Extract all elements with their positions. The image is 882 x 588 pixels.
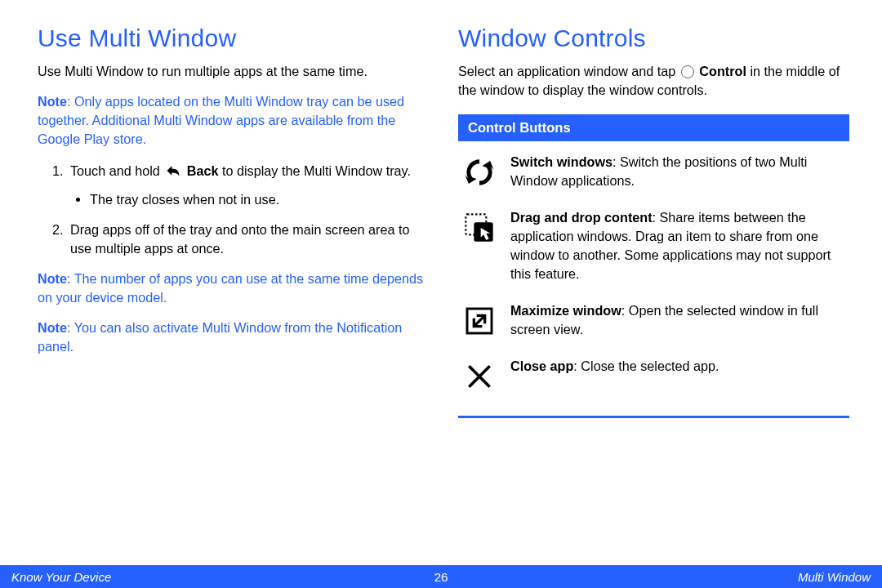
note-label: Note: [38, 271, 67, 286]
control-title: Switch windows: [510, 154, 612, 169]
note-body: : The number of apps you can use at the …: [38, 271, 423, 305]
intro-window-controls: Select an application window and tap Con…: [458, 62, 849, 100]
intro-bold: Control: [696, 64, 746, 78]
manual-page: Use Multi Window Use Multi Window to run…: [0, 0, 882, 588]
left-column: Use Multi Window Use Multi Window to run…: [38, 24, 429, 418]
step-1-pre: Touch and hold: [70, 163, 163, 178]
step-1-sub: The tray closes when not in use.: [90, 190, 429, 209]
maximize-icon: [461, 303, 497, 339]
footer-right: Multi Window: [798, 570, 871, 584]
close-icon: [461, 359, 497, 394]
control-desc: Switch windows: Switch the positions of …: [510, 153, 846, 190]
drag-drop-icon: [461, 210, 497, 246]
intro-pre: Select an application window and tap: [458, 64, 679, 78]
control-close-app: Close app: Close the selected app.: [461, 357, 846, 394]
step-2: Drag apps off of the tray and onto the m…: [67, 220, 429, 258]
control-switch-windows: Switch windows: Switch the positions of …: [461, 153, 846, 190]
control-desc: Close app: Close the selected app.: [510, 357, 846, 376]
note-body: : Only apps located on the Multi Window …: [38, 94, 404, 146]
control-title: Maximize window: [510, 303, 621, 318]
page-footer: Know Your Device 26 Multi Window: [0, 565, 882, 588]
intro-text: Use Multi Window to run multiple apps at…: [38, 62, 429, 81]
heading-window-controls: Window Controls: [458, 24, 849, 52]
control-desc: Maximize window: Open the selected windo…: [510, 301, 846, 339]
note-body: : You can also activate Multi Window fro…: [38, 320, 402, 354]
control-drag-drop: Drag and drop content: Share items betwe…: [461, 208, 846, 283]
steps-list: Touch and hold Back to display the Multi…: [38, 162, 429, 258]
heading-use-multi-window: Use Multi Window: [38, 24, 429, 52]
control-title: Drag and drop content: [510, 210, 653, 225]
control-desc: Drag and drop content: Share items betwe…: [510, 208, 846, 283]
right-column: Window Controls Select an application wi…: [458, 24, 849, 418]
control-maximize: Maximize window: Open the selected windo…: [461, 301, 846, 339]
step-1-post: to display the Multi Window tray.: [219, 163, 411, 178]
step-1: Touch and hold Back to display the Multi…: [67, 162, 429, 209]
control-buttons-list: Switch windows: Switch the positions of …: [458, 141, 849, 418]
note-tray-apps: Note: Only apps located on the Multi Win…: [38, 92, 429, 149]
control-circle-icon: [681, 65, 694, 78]
step-1-bold: Back: [183, 163, 218, 178]
control-title: Close app: [510, 359, 573, 373]
footer-page-number: 26: [434, 570, 448, 584]
footer-left: Know Your Device: [11, 570, 111, 584]
step-1-sub-list: The tray closes when not in use.: [70, 190, 429, 209]
section-control-buttons: Control Buttons: [458, 114, 849, 141]
note-notification-panel: Note: You can also activate Multi Window…: [38, 318, 429, 356]
back-icon: [165, 163, 181, 178]
switch-windows-icon: [461, 154, 497, 190]
note-app-count: Note: The number of apps you can use at …: [38, 270, 429, 307]
columns: Use Multi Window Use Multi Window to run…: [38, 24, 849, 418]
note-label: Note: [38, 94, 67, 109]
control-text: : Close the selected app.: [573, 359, 719, 373]
note-label: Note: [38, 320, 67, 335]
